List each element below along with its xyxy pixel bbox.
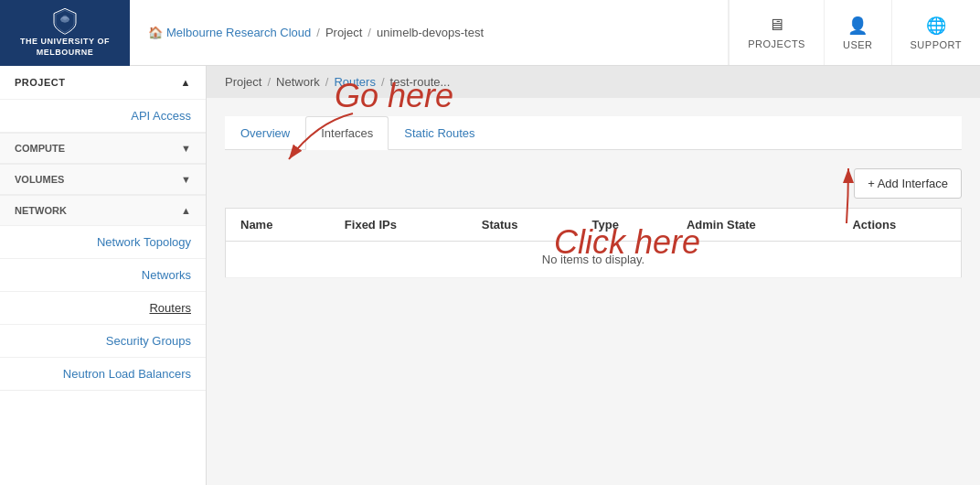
page-sep-2: / (325, 75, 329, 89)
network-section-header[interactable]: Network ▲ (0, 195, 206, 225)
col-actions: Actions (837, 209, 961, 242)
breadcrumb-project: Project (325, 26, 362, 39)
chevron-up-icon-2: ▲ (181, 205, 191, 216)
sidebar-item-network-topology[interactable]: Network Topology (0, 225, 206, 258)
breadcrumb-router-name: test-route... (390, 75, 451, 89)
volumes-label: Volumes (15, 174, 64, 185)
breadcrumb-routers-link[interactable]: Routers (334, 75, 376, 89)
logo-area: THE UNIVERSITY OF MELBOURNE (0, 0, 130, 66)
sidebar-item-neutron-lb[interactable]: Neutron Load Balancers (0, 357, 206, 390)
col-fixed-ips: Fixed IPs (330, 209, 467, 242)
table-empty-row: No items to display. (226, 242, 962, 278)
main-layout: PROJECT ▲ API Access Compute ▼ Volumes ▼… (0, 66, 980, 485)
globe-icon: 🌐 (926, 16, 947, 36)
sidebar-item-routers[interactable]: Routers (0, 291, 206, 324)
breadcrumb-network-item: Network (276, 75, 320, 89)
col-name: Name (226, 209, 330, 242)
empty-message: No items to display. (226, 242, 962, 278)
monitor-icon: 🖥 (768, 16, 785, 35)
volumes-section-header[interactable]: Volumes ▼ (0, 164, 206, 194)
header-actions: 🖥 PROJECTS 👤 USER 🌐 SUPPORT (728, 0, 980, 65)
sidebar-section-volumes: Volumes ▼ (0, 164, 206, 195)
page-sep-1: / (267, 75, 271, 89)
interfaces-table: Name Fixed IPs Status Type Admin State A… (225, 208, 962, 278)
tab-static-routes[interactable]: Static Routes (389, 116, 490, 150)
university-logo (47, 7, 83, 36)
sidebar-item-security-groups[interactable]: Security Groups (0, 324, 206, 357)
breadcrumb-sep-2: / (368, 26, 371, 39)
sidebar: PROJECT ▲ API Access Compute ▼ Volumes ▼… (0, 66, 207, 485)
sidebar-item-api-access[interactable]: API Access (0, 99, 206, 132)
annotation-container: + Add Interface Name Fixed IPs Status Ty… (225, 168, 962, 278)
chevron-down-icon: ▼ (181, 143, 191, 154)
sidebar-section-compute: Compute ▼ (0, 133, 206, 164)
sidebar-section-project: PROJECT ▲ API Access (0, 66, 206, 133)
page-breadcrumb: Project / Network / Routers / test-route… (207, 66, 980, 98)
table-toolbar: + Add Interface (225, 168, 962, 199)
header-breadcrumb: 🏠 Melbourne Research Cloud / Project / u… (130, 26, 728, 39)
content-area: Project / Network / Routers / test-route… (207, 66, 980, 485)
add-interface-button[interactable]: + Add Interface (854, 168, 962, 199)
content-inner: Overview Interfaces Static Routes + Add … (207, 98, 980, 296)
user-label: USER (843, 39, 873, 50)
support-button[interactable]: 🌐 SUPPORT (891, 0, 980, 65)
chevron-down-icon-2: ▼ (181, 174, 191, 185)
projects-button[interactable]: 🖥 PROJECTS (729, 0, 824, 65)
sidebar-item-networks[interactable]: Networks (0, 258, 206, 291)
project-section-label: PROJECT (15, 77, 65, 88)
top-header: THE UNIVERSITY OF MELBOURNE 🏠 Melbourne … (0, 0, 980, 66)
breadcrumb-sep-1: / (316, 26, 320, 39)
col-status: Status (467, 209, 578, 242)
col-admin-state: Admin State (672, 209, 838, 242)
compute-section-header[interactable]: Compute ▼ (0, 133, 206, 163)
tab-overview[interactable]: Overview (225, 116, 305, 150)
university-name: THE UNIVERSITY OF MELBOURNE (20, 37, 110, 58)
chevron-up-icon: ▲ (181, 77, 191, 88)
sidebar-section-network: Network ▲ Network Topology Networks Rout… (0, 195, 206, 391)
network-label: Network (15, 205, 67, 216)
project-section-header[interactable]: PROJECT ▲ (0, 66, 206, 99)
col-type: Type (578, 209, 672, 242)
tabs-bar: Overview Interfaces Static Routes (225, 116, 962, 150)
table-header-row: Name Fixed IPs Status Type Admin State A… (226, 209, 962, 242)
user-icon: 👤 (847, 16, 868, 36)
tab-interfaces[interactable]: Interfaces (305, 116, 389, 150)
support-label: SUPPORT (911, 39, 962, 50)
breadcrumb-project-name: unimelb-devops-test (377, 26, 484, 39)
user-button[interactable]: 👤 USER (824, 0, 891, 65)
compute-label: Compute (15, 143, 65, 154)
projects-label: PROJECTS (748, 38, 805, 49)
page-sep-3: / (381, 75, 385, 89)
breadcrumb-project-item: Project (225, 75, 261, 89)
home-icon: 🏠 (148, 26, 163, 39)
melbourne-research-cloud-link[interactable]: Melbourne Research Cloud (166, 26, 311, 39)
